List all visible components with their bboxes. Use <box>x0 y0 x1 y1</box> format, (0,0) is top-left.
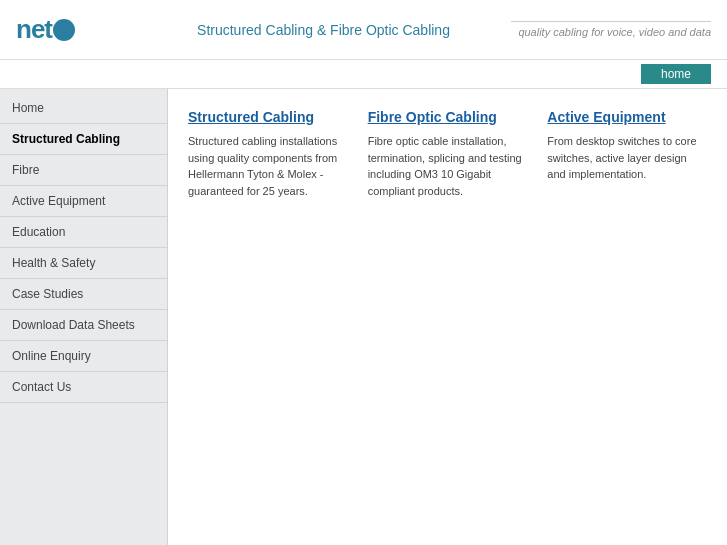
sidebar: HomeStructured CablingFibreActive Equipm… <box>0 89 168 545</box>
sidebar-item-case-studies[interactable]: Case Studies <box>0 279 167 310</box>
content-section-fibre-optic: Fibre Optic CablingFibre optic cable ins… <box>368 109 528 199</box>
header: net Structured Cabling & Fibre Optic Cab… <box>0 0 727 60</box>
home-nav-button[interactable]: home <box>641 64 711 84</box>
section-body-structured-cabling: Structured cabling installations using q… <box>188 133 348 199</box>
section-title-fibre-optic[interactable]: Fibre Optic Cabling <box>368 109 528 125</box>
main-layout: HomeStructured CablingFibreActive Equipm… <box>0 89 727 545</box>
sidebar-item-download-data-sheets[interactable]: Download Data Sheets <box>0 310 167 341</box>
logo-text: net <box>16 14 75 45</box>
content-section-active-equipment: Active EquipmentFrom desktop switches to… <box>547 109 707 199</box>
sidebar-item-contact-us[interactable]: Contact Us <box>0 372 167 403</box>
section-body-fibre-optic: Fibre optic cable installation, terminat… <box>368 133 528 199</box>
sidebar-item-education[interactable]: Education <box>0 217 167 248</box>
section-title-active-equipment[interactable]: Active Equipment <box>547 109 707 125</box>
header-title: Structured Cabling & Fibre Optic Cabling <box>136 22 511 38</box>
section-body-active-equipment: From desktop switches to core switches, … <box>547 133 707 183</box>
nav-bar: home <box>0 60 727 89</box>
section-title-structured-cabling[interactable]: Structured Cabling <box>188 109 348 125</box>
sidebar-item-health-&-safety[interactable]: Health & Safety <box>0 248 167 279</box>
logo-circle-icon <box>53 19 75 41</box>
sidebar-item-active-equipment[interactable]: Active Equipment <box>0 186 167 217</box>
logo-area: net <box>16 14 136 45</box>
logo-wordmark: net <box>16 14 52 44</box>
sidebar-item-fibre[interactable]: Fibre <box>0 155 167 186</box>
sidebar-item-structured-cabling[interactable]: Structured Cabling <box>0 124 167 155</box>
header-tagline: quality cabling for voice, video and dat… <box>511 21 711 38</box>
content-area: Structured CablingStructured cabling ins… <box>168 89 727 545</box>
sidebar-item-home[interactable]: Home <box>0 93 167 124</box>
sidebar-item-online-enquiry[interactable]: Online Enquiry <box>0 341 167 372</box>
content-grid: Structured CablingStructured cabling ins… <box>188 109 707 199</box>
content-section-structured-cabling: Structured CablingStructured cabling ins… <box>188 109 348 199</box>
